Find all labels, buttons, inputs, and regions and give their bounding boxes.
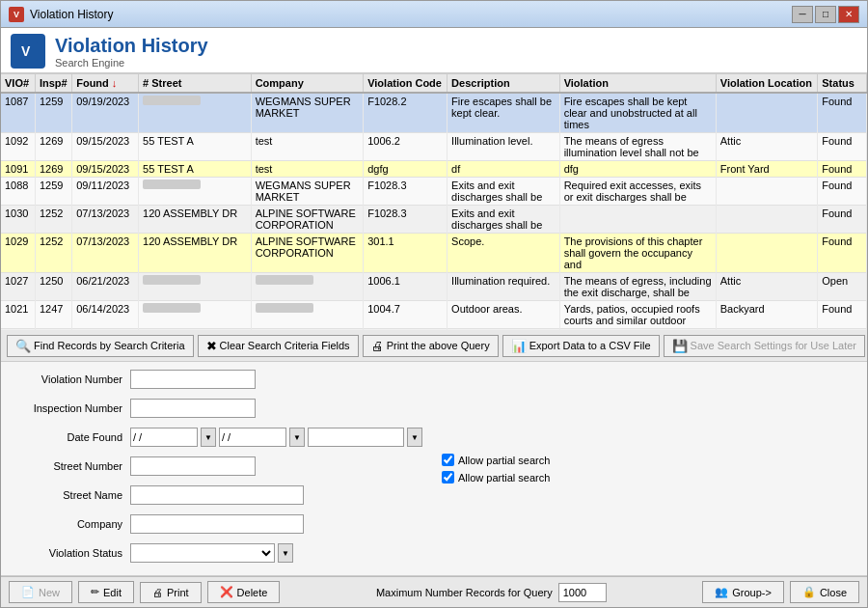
violation-number-row: Violation Number: [11, 370, 422, 389]
col-vio[interactable]: VIO#: [1, 74, 35, 93]
blurred-company: [256, 303, 313, 313]
street-number-row: Street Number: [11, 456, 422, 476]
table-row[interactable]: 1092 1269 09/15/2023 55 TEST A test 1006…: [1, 133, 867, 161]
col-insp[interactable]: Insp#: [35, 74, 71, 93]
close-window-button[interactable]: ✕: [838, 6, 859, 23]
table-row[interactable]: 1021 1247 06/14/2023 1004.7 Outdoor area…: [1, 301, 867, 329]
bottom-bar: 📄 New ✏ Edit 🖨 Print ❌ Delete Maximum Nu…: [1, 576, 867, 607]
cell-violation: Yards, patios, occupied roofs courts and…: [559, 301, 716, 329]
cell-street: 120 ASSEMBLY DR: [139, 206, 252, 234]
delete-button[interactable]: ❌ Delete: [207, 581, 281, 603]
header-section: V Violation History Search Engine: [1, 28, 867, 74]
street-number-input[interactable]: [130, 456, 256, 476]
date-combo-input[interactable]: [308, 428, 404, 447]
cell-status: Found: [818, 206, 867, 234]
max-records-label: Maximum Number Records for Query: [376, 587, 553, 598]
date-to-input[interactable]: [219, 428, 286, 447]
street-name-row: Street Name: [11, 485, 422, 505]
export-csv-button[interactable]: 📊 Export Data to a CSV File: [502, 335, 660, 357]
clear-btn-label: Clear Search Criteria Fields: [220, 340, 350, 351]
cell-company: [251, 273, 364, 301]
delete-btn-label: Delete: [237, 587, 268, 598]
edit-button[interactable]: ✏ Edit: [78, 581, 134, 603]
cell-vcode: F1028.2: [364, 93, 448, 133]
svg-text:V: V: [21, 43, 31, 59]
violation-number-input[interactable]: [130, 370, 256, 389]
print-query-button[interactable]: 🖨 Print the above Query: [363, 335, 499, 357]
cell-status: Found: [818, 234, 867, 273]
save-icon: 💾: [672, 339, 688, 353]
title-bar-text: Violation History: [30, 8, 792, 21]
violation-status-select[interactable]: [130, 543, 275, 563]
print-btn-label: Print: [167, 587, 189, 598]
col-vloc[interactable]: Violation Location: [716, 74, 818, 93]
cell-found: 07/13/2023: [72, 234, 139, 273]
inspection-number-row: Inspection Number: [11, 399, 422, 418]
col-street[interactable]: # Street: [139, 74, 252, 93]
cell-vcode: F1028.3: [364, 178, 448, 206]
table-row[interactable]: 1087 1259 09/19/2023 WEGMANS SUPER MARKE…: [1, 93, 867, 133]
status-dropdown-arrow[interactable]: ▼: [278, 543, 293, 563]
blurred-street: [143, 303, 201, 313]
col-found[interactable]: Found ↓: [72, 74, 139, 93]
print-button[interactable]: 🖨 Print: [140, 582, 202, 603]
print-icon: 🖨: [371, 339, 384, 353]
date-found-row: Date Found ▼ ▼ ▼: [11, 428, 422, 447]
table-row[interactable]: 1091 1269 09/15/2023 55 TEST A test dgfg…: [1, 161, 867, 178]
cell-vcode: 1006.1: [364, 273, 448, 301]
col-status[interactable]: Status: [818, 74, 867, 93]
date-combo-dropdown[interactable]: ▼: [407, 428, 422, 447]
cell-desc: Outdoor areas.: [448, 301, 560, 329]
title-bar: V Violation History ─ □ ✕: [1, 1, 867, 28]
maximize-button[interactable]: □: [815, 6, 836, 23]
title-bar-controls: ─ □ ✕: [792, 6, 859, 23]
cell-vloc: [716, 206, 818, 234]
table-row[interactable]: 1030 1252 07/13/2023 120 ASSEMBLY DR ALP…: [1, 206, 867, 234]
partial-search-1-checkbox[interactable]: [442, 454, 454, 466]
table-row[interactable]: 1027 1250 06/21/2023 1006.1 Illumination…: [1, 273, 867, 301]
cell-insp: 1250: [35, 273, 71, 301]
find-records-button[interactable]: 🔍 Find Records by Search Criteria: [7, 335, 194, 357]
date-to-dropdown[interactable]: ▼: [289, 428, 305, 447]
cell-vloc: Attic: [716, 133, 818, 161]
violation-status-label: Violation Status: [11, 547, 126, 559]
col-violation[interactable]: Violation: [559, 74, 716, 93]
table-scroll[interactable]: VIO# Insp# Found ↓ # Street Company Viol…: [1, 74, 867, 330]
cell-vloc: Attic: [716, 273, 818, 301]
group-button[interactable]: 👥 Group->: [702, 581, 784, 603]
cell-company: ALPINE SOFTWARE CORPORATION: [251, 206, 364, 234]
app-icon: V: [9, 7, 24, 22]
group-btn-label: Group->: [732, 587, 772, 598]
cell-status: Found: [818, 301, 867, 329]
cell-found: 06/21/2023: [72, 273, 139, 301]
new-button[interactable]: 📄 New: [9, 581, 72, 603]
street-number-label: Street Number: [11, 460, 126, 472]
cell-found: 09/15/2023: [72, 161, 139, 178]
inspection-number-input[interactable]: [130, 399, 256, 418]
table-row[interactable]: 1088 1259 09/11/2023 WEGMANS SUPER MARKE…: [1, 178, 867, 206]
inspection-number-label: Inspection Number: [11, 402, 126, 414]
cell-vloc: [716, 93, 818, 133]
cell-desc: Illumination level.: [448, 133, 560, 161]
cell-vio: 1027: [1, 273, 35, 301]
street-name-input[interactable]: [130, 485, 304, 505]
date-found-label: Date Found: [11, 431, 126, 443]
col-company[interactable]: Company: [251, 74, 364, 93]
cell-found: 09/15/2023: [72, 133, 139, 161]
col-vcode[interactable]: Violation Code: [364, 74, 448, 93]
company-input[interactable]: [130, 514, 304, 534]
cell-desc: Illumination required.: [448, 273, 560, 301]
date-from-input[interactable]: [130, 428, 198, 447]
close-button[interactable]: 🔒 Close: [790, 581, 859, 603]
date-from-dropdown[interactable]: ▼: [201, 428, 216, 447]
save-settings-button[interactable]: 💾 Save Search Settings for Use Later: [664, 335, 865, 357]
cell-desc: Exits and exit discharges shall be: [448, 178, 560, 206]
cell-street: [139, 93, 252, 133]
col-desc[interactable]: Description: [448, 74, 560, 93]
partial-search-2-checkbox[interactable]: [442, 471, 454, 484]
table-row[interactable]: 1029 1252 07/13/2023 120 ASSEMBLY DR ALP…: [1, 234, 867, 273]
cell-desc: Scope.: [448, 234, 560, 273]
max-records-input[interactable]: [558, 583, 607, 602]
clear-search-button[interactable]: ✖ Clear Search Criteria Fields: [198, 335, 359, 357]
minimize-button[interactable]: ─: [792, 6, 813, 23]
